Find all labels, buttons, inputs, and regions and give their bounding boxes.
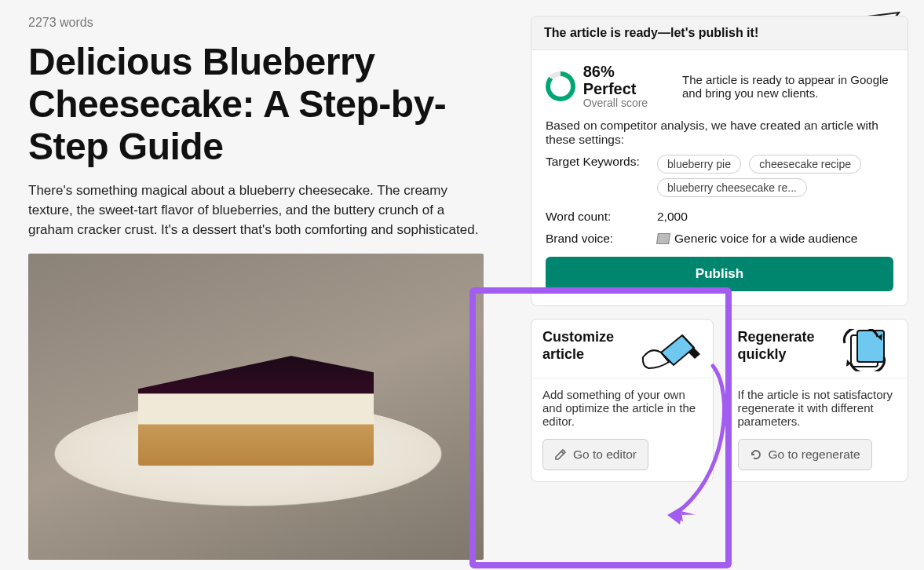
regenerate-pages-icon [834,329,897,375]
go-to-regenerate-button[interactable]: Go to regenerate [738,439,872,470]
publish-button[interactable]: Publish [546,257,893,291]
article-preview: 2273 words Delicious Blueberry Cheesecak… [28,16,515,560]
flag-icon [656,233,670,244]
score-label: Overall score [583,97,671,109]
hero-image [28,254,484,560]
word-count: 2273 words [28,16,515,30]
wordcount-value: 2,000 [657,210,688,224]
analysis-text: Based on competitor analysis, we have cr… [546,119,893,147]
ready-summary: The article is ready to appear in Google… [682,73,893,100]
customize-card: Customize article Add something of your … [531,319,714,482]
customize-body: Add something of your own and optimize t… [542,388,702,428]
ready-header: The article is ready—let's publish it! [531,16,908,50]
voice-value: Generic voice for a wide audience [657,232,858,246]
refresh-icon [750,448,762,461]
voice-label: Brand voice: [546,232,648,246]
keywords-label: Target Keywords: [546,155,648,169]
wordcount-label: Word count: [546,210,648,224]
score-block: 86% Perfect Overall score [546,63,671,109]
article-intro: There's something magical about a bluebe… [28,181,491,239]
score-ring-icon [546,71,575,101]
pencil-hand-icon [639,329,702,375]
regenerate-title: Regenerate quickly [738,329,832,363]
article-title: Delicious Blueberry Cheesecake: A Step-b… [28,41,515,167]
score-value: 86% Perfect [583,63,671,97]
go-to-editor-button[interactable]: Go to editor [542,439,648,470]
customize-title: Customize article [542,329,637,363]
regenerate-card: Regenerate quickly If the article [726,319,909,482]
svg-rect-1 [857,331,884,362]
keyword-pill[interactable]: cheesecake recipe [749,155,861,174]
keyword-pill[interactable]: blueberry pie [657,155,741,174]
keywords-list: blueberry pie cheesecake recipe blueberr… [657,155,893,202]
ready-card: The article is ready—let's publish it! 8… [531,16,908,306]
edit-icon [554,448,567,461]
regenerate-body: If the article is not satisfactory regen… [738,388,897,428]
keyword-pill[interactable]: blueberry cheesecake re... [657,178,807,197]
